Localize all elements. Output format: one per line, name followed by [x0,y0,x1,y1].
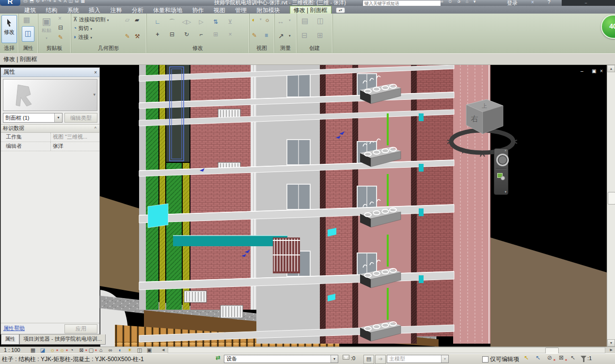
param-value[interactable]: 张洋 [51,142,99,151]
palette-title-bar[interactable]: 属性 × [1,68,99,77]
cut-geometry-item[interactable]: ◔ 剪切 ▾ [73,24,109,33]
temporary-hide-isolate-icon[interactable]: ∞ [106,347,115,353]
dimension-icon[interactable]: ↔ [277,17,284,25]
panel-measure-label[interactable]: 测量 [274,45,297,52]
exchange-apps-icon[interactable]: × [531,0,534,5]
tab-view[interactable]: 视图 [214,6,225,14]
scroll-left-button[interactable]: ◀ [162,348,164,352]
tab-collaborate[interactable]: 协作 [192,6,204,14]
rotate-icon[interactable]: ↻ [179,28,194,41]
cut-icon[interactable]: × [58,15,62,22]
paint-icon[interactable]: ✎ [125,33,130,40]
tab-addins[interactable]: 附加模块 [256,6,280,14]
lightbulb-icon[interactable]: ◐ [252,16,255,23]
tab-modify-section-box[interactable]: 修改 | 剖面框 [290,6,331,14]
tab-manage[interactable]: 管理 [235,6,247,14]
scroll-down-button[interactable]: ▼ [607,339,615,347]
panel-select-label[interactable]: 选择 [0,45,18,52]
press-drag-icon[interactable]: ↖ [521,354,531,361]
visual-style-icon[interactable]: ◪ [38,347,47,353]
mirror-pick-icon[interactable]: ◁▷ [179,16,194,28]
pin-icon[interactable]: ⊻ [223,16,237,28]
paste-button[interactable]: ▣ 粘贴 ▾ [40,16,53,41]
family-types-icon[interactable]: ▦ [23,16,30,24]
create-assembly-icon[interactable]: ◫ [317,16,324,25]
create-parts-icon[interactable]: ⊟ [301,31,308,40]
beam-cope-icon[interactable]: ▱ [125,16,129,23]
copy-icon[interactable]: ⊟ [58,24,63,31]
param-row-workset[interactable]: 工作集 视图 "三维视... [1,133,99,142]
panel-view-label[interactable]: 视图 [249,45,274,52]
active-workset-dropdown[interactable]: 设备 ▾ [224,355,338,363]
mirror-axis-icon[interactable]: ▷ [194,16,208,28]
view-window-controls[interactable]: – [581,68,588,74]
filter-icon[interactable] [581,356,586,359]
ribbon-collapse-button[interactable]: ▴▾ [336,7,345,13]
detail-level-icon[interactable]: ▦ [28,347,38,353]
panel-properties-label[interactable]: 属性 [18,45,38,52]
panel-clipboard-label[interactable]: 剪贴板 [38,45,71,52]
editing-requests-icon[interactable] [343,355,349,359]
align-icon[interactable]: ∟ [150,16,165,28]
design-option-pick-button[interactable]: ➔ [375,355,386,364]
tab-insert[interactable]: 插入 [89,6,100,14]
tab-properties-palette[interactable]: 属性 [1,334,19,345]
search-input[interactable] [363,0,441,6]
panel-modify-label[interactable]: 修改 [146,45,249,52]
select-links-icon[interactable]: ↖ [533,354,543,361]
identity-data-group-header[interactable]: 标识数据 ^ [1,124,99,133]
offset-icon[interactable]: ⌒ [165,16,179,28]
navbar-more-icon[interactable]: ▾ [505,190,506,194]
crop-region-icon[interactable]: ▢× [86,347,96,353]
array-icon[interactable]: ⊞ [208,28,223,41]
match-type-brush-icon[interactable]: ✎ [58,34,63,41]
help-icon[interactable]: ? [548,0,551,5]
tab-project-browser[interactable]: 项目浏览器 - 技师学院机电培训... [19,334,106,345]
editable-only-checkbox[interactable] [482,356,489,363]
split-element-icon[interactable]: ⇅ [208,16,223,28]
notification-badge[interactable]: 40 [601,15,615,39]
select-pinned-icon[interactable]: ⊠× [556,354,566,361]
edit-type-button[interactable]: 编辑类型 [64,113,97,123]
join-end-cut-item[interactable]: ⊼ 连接端切割 ▾ [73,16,109,24]
tab-structure[interactable]: 结构 [46,6,57,14]
param-row-edited-by[interactable]: 编辑者 张洋 [1,142,99,151]
temporary-view-properties-icon[interactable]: ◫ [135,347,144,353]
param-value[interactable]: 视图 "三维视... [51,133,99,142]
modify-tool-button[interactable]: 修改 [1,15,17,43]
tab-systems[interactable]: 系统 [67,6,79,14]
infocenter-icons[interactable]: ∞ ✩ ✰ ⌂ ▾ [440,0,477,4]
create-similar-icon[interactable]: ⊞ [317,31,323,40]
type-preview-combo[interactable]: ▾ [3,79,97,111]
properties-palette-button[interactable]: ◫ [22,26,34,42]
worksharing-panel-button[interactable]: ▤ [363,355,374,364]
copy-tool-icon[interactable]: ⊟ [165,28,179,41]
application-menu-button[interactable]: R [0,0,20,6]
scroll-right-button[interactable]: ▶ [610,348,613,352]
worksharing-display-icon[interactable]: ☀ [125,347,135,353]
vertical-scroll-thumb[interactable] [608,192,615,205]
properties-help-link[interactable]: 属性帮助 [3,325,25,332]
view-scale-button[interactable]: 1 : 100 [4,347,20,353]
sun-path-icon[interactable]: ☼× [47,347,57,353]
viewcube[interactable]: 上 右 [441,93,523,161]
palette-close-icon[interactable]: × [94,68,97,77]
wall-opening-icon[interactable]: ▰ [135,16,139,23]
design-option-dropdown[interactable]: 主模型 ▾ [387,355,449,363]
trim-icon[interactable]: ⌐ [194,28,208,41]
select-by-face-icon[interactable]: ↖ [568,354,578,361]
delete-icon[interactable]: × [223,28,237,41]
reveal-constraints-icon[interactable]: ▣ [144,347,154,353]
panel-create-label[interactable]: 创建 [297,45,332,52]
group-collapse-icon[interactable]: ^ [95,125,96,132]
panel-geometry-label[interactable]: 几何图形 [71,45,146,52]
horizontal-scrollbar[interactable] [168,347,605,353]
vertical-scrollbar[interactable]: ▲ ▼ [607,65,615,347]
join-geometry-item[interactable]: ◗ 连接 ▾ [73,33,109,42]
scroll-up-button[interactable]: ▲ [607,65,615,72]
view-restore-icon[interactable]: ▣ [592,68,596,74]
linework-brush-icon[interactable]: ✎ [252,32,257,39]
navbar-close-icon[interactable]: × [505,149,506,152]
render-icon[interactable]: ☼ [265,16,270,23]
tab-massing-site[interactable]: 体量和场地 [153,6,182,14]
